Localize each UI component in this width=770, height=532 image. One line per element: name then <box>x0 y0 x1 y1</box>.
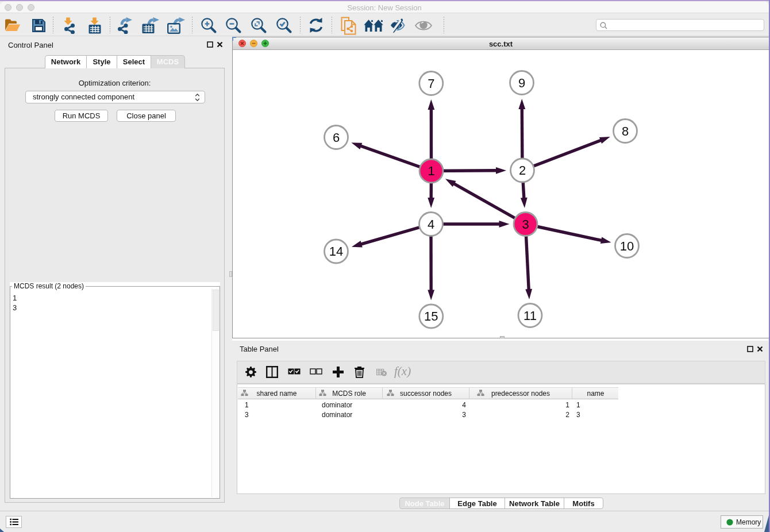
svg-text:8: 8 <box>622 124 629 138</box>
svg-text:10: 10 <box>620 239 634 253</box>
svg-text:4: 4 <box>428 217 434 232</box>
svg-text:6: 6 <box>333 130 340 145</box>
svg-text:11: 11 <box>523 309 537 323</box>
svg-text:2: 2 <box>519 163 526 178</box>
svg-text:7: 7 <box>428 76 434 91</box>
svg-text:15: 15 <box>424 309 438 323</box>
svg-text:1: 1 <box>428 164 434 178</box>
svg-text:9: 9 <box>518 76 525 90</box>
svg-text:14: 14 <box>329 244 343 259</box>
svg-text:3: 3 <box>522 217 529 232</box>
